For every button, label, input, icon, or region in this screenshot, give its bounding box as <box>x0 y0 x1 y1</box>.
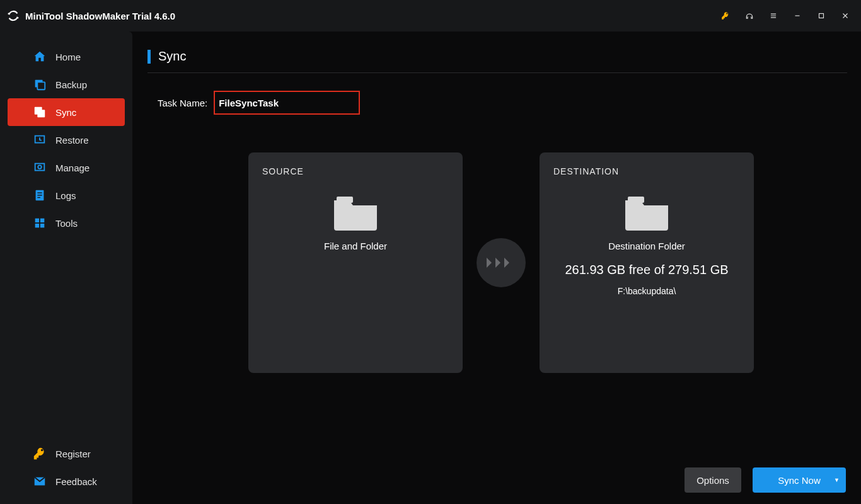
sidebar-item-sync[interactable]: Sync <box>8 98 125 126</box>
svg-point-7 <box>38 165 42 169</box>
sidebar-item-label: Tools <box>55 218 78 229</box>
app-logo-icon <box>6 9 20 23</box>
task-name-input[interactable] <box>214 91 360 115</box>
menu-icon[interactable] <box>761 6 785 25</box>
window-maximize-button[interactable] <box>809 6 833 25</box>
sidebar-item-logs[interactable]: Logs <box>8 181 125 209</box>
page-heading: Sync <box>158 49 186 64</box>
folder-icon <box>623 192 671 231</box>
sidebar-item-home[interactable]: Home <box>8 43 125 71</box>
source-subtitle: File and Folder <box>262 241 449 251</box>
heading-accent-bar <box>147 50 151 64</box>
license-key-icon[interactable] <box>714 6 737 25</box>
svg-rect-13 <box>40 219 44 222</box>
destination-panel[interactable]: DESTINATION Destination Folder 261.93 GB… <box>540 152 754 373</box>
sidebar-item-register[interactable]: Register <box>8 440 125 467</box>
home-icon <box>33 50 47 64</box>
app-title: MiniTool ShadowMaker Trial 4.6.0 <box>25 11 175 21</box>
options-button[interactable]: Options <box>685 467 741 493</box>
sync-now-label: Sync Now <box>778 475 821 486</box>
arrow-icon <box>477 238 526 287</box>
sidebar-item-label: Logs <box>55 190 76 201</box>
divider <box>147 72 847 73</box>
destination-path: F:\backupdata\ <box>553 286 740 296</box>
sidebar-item-backup[interactable]: Backup <box>8 71 125 98</box>
svg-rect-12 <box>35 219 39 222</box>
destination-free-space: 261.93 GB free of 279.51 GB <box>553 263 740 277</box>
svg-rect-9 <box>37 192 42 193</box>
svg-rect-16 <box>337 197 353 203</box>
sidebar-item-label: Backup <box>55 79 87 90</box>
window-close-button[interactable] <box>833 6 857 25</box>
destination-subtitle: Destination Folder <box>553 241 740 251</box>
svg-rect-14 <box>35 224 39 227</box>
svg-rect-17 <box>628 197 644 203</box>
folder-icon <box>332 192 379 231</box>
svg-rect-2 <box>37 82 45 89</box>
tools-icon <box>33 216 47 230</box>
task-name-label: Task Name: <box>158 98 207 108</box>
sidebar-item-manage[interactable]: Manage <box>8 154 125 181</box>
sync-icon <box>33 105 47 119</box>
svg-rect-15 <box>40 224 44 227</box>
chevron-down-icon: ▼ <box>834 477 840 483</box>
source-title: SOURCE <box>262 166 449 176</box>
sidebar-item-label: Restore <box>55 135 89 146</box>
window-minimize-button[interactable] <box>785 6 809 25</box>
logs-icon <box>33 188 47 202</box>
sidebar-item-label: Manage <box>55 163 90 173</box>
sidebar-item-restore[interactable]: Restore <box>8 126 125 154</box>
sidebar-item-label: Register <box>55 449 91 459</box>
svg-rect-10 <box>37 195 42 195</box>
key-icon <box>33 447 47 461</box>
svg-rect-0 <box>819 14 824 18</box>
mail-icon <box>33 474 47 488</box>
source-panel[interactable]: SOURCE File and Folder <box>248 152 463 373</box>
destination-title: DESTINATION <box>553 166 740 176</box>
sidebar-item-label: Sync <box>55 107 76 118</box>
sidebar-item-label: Feedback <box>55 476 97 487</box>
svg-rect-6 <box>35 164 45 171</box>
svg-rect-11 <box>37 197 40 198</box>
manage-icon <box>33 161 47 175</box>
backup-icon <box>33 77 47 91</box>
sidebar-item-label: Home <box>55 52 81 62</box>
restore-icon <box>33 133 47 147</box>
sidebar: Home Backup Sync Restore Manage Logs Too… <box>0 32 132 504</box>
sidebar-item-feedback[interactable]: Feedback <box>8 467 125 495</box>
sync-now-button[interactable]: Sync Now ▼ <box>753 467 846 493</box>
sidebar-item-tools[interactable]: Tools <box>8 209 125 237</box>
help-icon[interactable] <box>737 6 761 25</box>
svg-rect-4 <box>37 110 45 117</box>
